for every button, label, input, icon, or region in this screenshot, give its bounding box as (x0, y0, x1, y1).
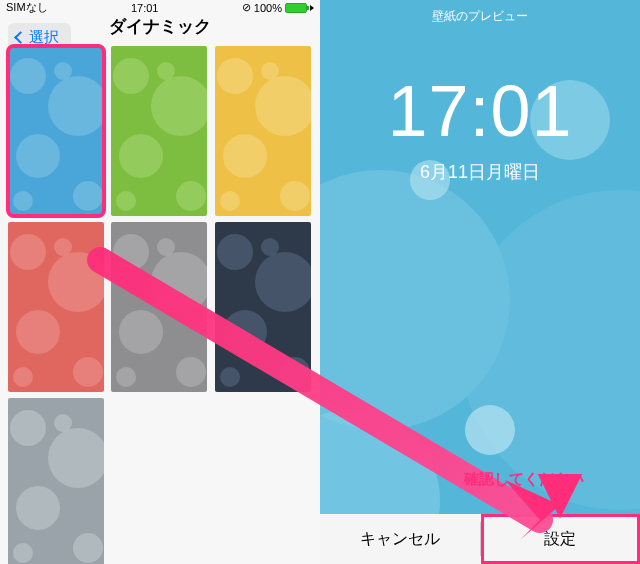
svg-point-29 (113, 234, 149, 270)
svg-point-32 (176, 357, 206, 387)
svg-point-15 (217, 58, 253, 94)
svg-point-38 (223, 310, 267, 354)
carrier-label: SIMなし (6, 0, 48, 15)
back-button-label: 選択 (29, 28, 59, 47)
statusbar-time: 17:01 (131, 2, 159, 14)
orientation-lock-icon: ⊘ (242, 1, 251, 14)
svg-point-54 (465, 405, 515, 455)
svg-point-3 (16, 134, 60, 178)
nav-bar: 選択 ダイナミック (0, 15, 320, 38)
svg-point-8 (113, 58, 149, 94)
cancel-button[interactable]: キャンセル (320, 514, 480, 564)
svg-point-27 (54, 238, 72, 256)
wallpaper-tile-silver[interactable] (8, 398, 104, 564)
svg-point-20 (261, 62, 279, 80)
svg-point-12 (116, 191, 136, 211)
svg-point-48 (54, 414, 72, 432)
svg-point-17 (223, 134, 267, 178)
page-title: ダイナミック (109, 15, 211, 38)
svg-point-1 (10, 58, 46, 94)
svg-point-10 (119, 134, 163, 178)
svg-point-31 (119, 310, 163, 354)
wallpaper-tile-grey[interactable] (111, 222, 207, 392)
svg-point-47 (13, 543, 33, 563)
svg-point-43 (10, 410, 46, 446)
set-button[interactable]: 設定 (481, 514, 641, 564)
wallpaper-tile-blue[interactable] (8, 46, 104, 216)
svg-point-40 (220, 367, 240, 387)
svg-point-25 (73, 357, 103, 387)
svg-point-34 (157, 238, 175, 256)
svg-point-13 (157, 62, 175, 80)
wallpaper-picker-screen: SIMなし 17:01 ⊘ 100% 選択 ダイナミック (0, 0, 320, 564)
set-button-label: 設定 (544, 529, 576, 550)
svg-point-24 (16, 310, 60, 354)
svg-point-6 (54, 62, 72, 80)
status-bar: SIMなし 17:01 ⊘ 100% (0, 0, 320, 15)
preview-action-bar: キャンセル 設定 (320, 514, 640, 564)
wallpaper-grid (0, 38, 320, 564)
lockscreen-date: 6月11日月曜日 (320, 160, 640, 184)
preview-header: 壁紙のプレビュー (320, 8, 640, 25)
wallpaper-tile-dark[interactable] (215, 222, 311, 392)
svg-point-22 (10, 234, 46, 270)
lockscreen-time: 17:01 (320, 70, 640, 152)
wallpaper-tile-yellow[interactable] (215, 46, 311, 216)
svg-point-5 (13, 191, 33, 211)
svg-point-36 (217, 234, 253, 270)
wallpaper-tile-green[interactable] (111, 46, 207, 216)
battery-icon (285, 3, 307, 13)
svg-point-45 (16, 486, 60, 530)
svg-point-39 (280, 357, 310, 387)
svg-point-18 (280, 181, 310, 211)
svg-point-33 (116, 367, 136, 387)
svg-point-26 (13, 367, 33, 387)
battery-percent: 100% (254, 2, 282, 14)
svg-point-19 (220, 191, 240, 211)
svg-point-11 (176, 181, 206, 211)
wallpaper-preview-screen: 壁紙のプレビュー 17:01 6月11日月曜日 キャンセル 設定 (320, 0, 640, 564)
wallpaper-tile-red[interactable] (8, 222, 104, 392)
charging-icon (310, 5, 314, 11)
svg-point-41 (261, 238, 279, 256)
cancel-button-label: キャンセル (360, 529, 440, 550)
svg-point-4 (73, 181, 103, 211)
svg-point-46 (73, 533, 103, 563)
